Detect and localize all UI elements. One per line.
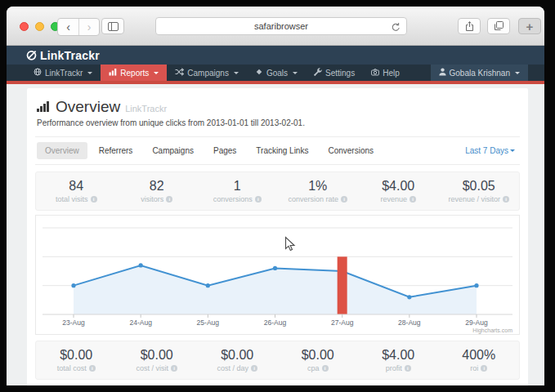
sidebar-toggle-button[interactable] <box>101 18 124 34</box>
stat-visitors: 82visitorsi <box>117 172 198 210</box>
app-header: LinkTrackr <box>7 46 544 65</box>
x-axis-label: 23-Aug <box>62 318 85 327</box>
stat-label: conversions <box>213 195 253 203</box>
stat-cpa: $0.00cpai <box>278 341 359 379</box>
tab-bar: OverviewReferrersCampaignsPagesTracking … <box>35 137 520 165</box>
stat-value: 400% <box>462 348 495 363</box>
stat-label: total cost <box>57 364 87 372</box>
info-icon[interactable]: i <box>503 196 509 203</box>
stat-total-cost: $0.00total costi <box>36 341 117 379</box>
reload-icon[interactable] <box>392 21 401 36</box>
forward-button[interactable]: › <box>78 19 99 35</box>
chevron-down-icon <box>154 72 159 74</box>
visits-area-chart[interactable]: 23-Aug24-Aug25-Aug26-Aug27-Aug28-Aug29-A… <box>36 216 519 334</box>
date-range-label: Last 7 Days <box>465 146 508 155</box>
x-axis-label: 25-Aug <box>197 318 220 327</box>
camera-icon <box>371 69 379 78</box>
back-button[interactable]: ‹ <box>58 19 78 35</box>
stat-cost-visit: $0.00cost / visiti <box>117 341 198 379</box>
nav-item-label: LinkTrackr <box>45 69 83 78</box>
stat-value: 82 <box>150 179 164 194</box>
stat-profit: $4.00profiti <box>358 341 439 379</box>
stat-value: $0.00 <box>221 348 253 363</box>
info-icon[interactable]: i <box>91 196 97 203</box>
wrench-icon <box>314 68 322 78</box>
browser-titlebar: ‹ › safaribrowser + <box>7 7 544 46</box>
info-icon[interactable]: i <box>481 365 487 372</box>
info-icon[interactable]: i <box>410 196 416 203</box>
info-icon[interactable]: i <box>405 365 411 372</box>
chart-icon <box>109 68 117 78</box>
minimize-window-button[interactable] <box>35 22 44 31</box>
nav-item-help[interactable]: Help <box>363 65 408 81</box>
mouse-cursor <box>284 236 296 252</box>
x-axis-label: 28-Aug <box>398 318 421 327</box>
sidebar-icon <box>108 22 119 31</box>
stat-value: 84 <box>69 179 83 194</box>
info-icon[interactable]: i <box>341 196 347 203</box>
visits-chart-panel: 23-Aug24-Aug25-Aug26-Aug27-Aug28-Aug29-A… <box>35 215 520 335</box>
stat-label: revenue / visitor <box>448 195 500 203</box>
stat-label: revenue <box>380 195 407 203</box>
user-menu[interactable]: Gobala Krishnan <box>431 65 529 81</box>
info-icon[interactable]: i <box>171 365 177 372</box>
stat-label: conversion rate <box>288 195 338 203</box>
nav-item-label: Reports <box>120 69 149 78</box>
stat-value: $0.00 <box>302 348 334 363</box>
info-icon[interactable]: i <box>166 196 172 203</box>
user-menu-label: Gobala Krishnan <box>450 69 511 78</box>
nav-item-goals[interactable]: Goals <box>247 65 306 81</box>
content-card: Overview LinkTrackr Performance overview… <box>27 88 528 385</box>
main-navbar: LinkTrackrReportsCampaignsGoalsSettingsH… <box>7 65 544 84</box>
stat-cost-day: $0.00cost / dayi <box>197 341 278 379</box>
stat-value: $4.00 <box>382 179 414 194</box>
tab-campaigns[interactable]: Campaigns <box>144 142 202 159</box>
address-bar[interactable]: safaribrowser <box>155 17 407 35</box>
share-icon <box>465 21 474 32</box>
tab-tracking-links[interactable]: Tracking Links <box>248 142 316 159</box>
show-all-tabs-button[interactable] <box>487 18 510 34</box>
nav-item-label: Help <box>383 69 400 78</box>
nav-item-label: Campaigns <box>187 69 229 78</box>
info-icon[interactable]: i <box>251 365 257 372</box>
shuffle-icon <box>175 68 184 78</box>
brand-name: LinkTrackr <box>40 49 100 62</box>
nav-item-reports[interactable]: Reports <box>101 65 167 81</box>
nav-item-settings[interactable]: Settings <box>306 65 363 81</box>
diamond-icon <box>255 68 263 78</box>
share-button[interactable] <box>458 18 481 34</box>
stat-label: cost / day <box>217 364 248 372</box>
tab-overview[interactable]: Overview <box>37 142 87 159</box>
stat-revenue: $4.00revenuei <box>358 172 439 210</box>
nav-item-linktrackr[interactable]: LinkTrackr <box>25 65 101 81</box>
chevron-down-icon <box>510 149 515 152</box>
page-title-row: Overview LinkTrackr <box>35 98 520 116</box>
stat-value: 1% <box>308 179 327 194</box>
page-title: Overview <box>56 98 120 116</box>
nav-item-label: Goals <box>266 69 288 78</box>
stat-roi: 400%roii <box>439 341 520 379</box>
linktrackr-logo-icon <box>25 49 38 61</box>
stat-value: $0.05 <box>463 179 495 194</box>
chevron-down-icon <box>87 72 92 74</box>
highcharts-credit[interactable]: Highcharts.com <box>472 327 512 334</box>
tab-pages[interactable]: Pages <box>205 142 244 159</box>
info-icon[interactable]: i <box>255 196 262 203</box>
tab-referrers[interactable]: Referrers <box>91 142 141 159</box>
user-icon <box>439 68 446 78</box>
new-tab-button[interactable]: + <box>518 18 541 34</box>
nav-item-label: Settings <box>325 69 355 78</box>
linktrackr-logo[interactable]: LinkTrackr <box>25 49 100 62</box>
nav-item-campaigns[interactable]: Campaigns <box>167 65 247 81</box>
info-icon[interactable]: i <box>89 365 96 372</box>
stat-label: cpa <box>307 364 320 372</box>
stat-value: $0.00 <box>141 348 173 363</box>
globe-icon <box>34 68 42 78</box>
tab-conversions[interactable]: Conversions <box>320 142 382 159</box>
date-range-selector[interactable]: Last 7 Days <box>465 146 518 155</box>
close-window-button[interactable] <box>20 22 29 31</box>
x-axis-label: 29-Aug <box>465 318 488 327</box>
page-subtitle: Performance overview from unique clicks … <box>37 118 520 127</box>
page-background: Overview LinkTrackr Performance overview… <box>7 88 544 385</box>
info-icon[interactable]: i <box>322 365 329 372</box>
